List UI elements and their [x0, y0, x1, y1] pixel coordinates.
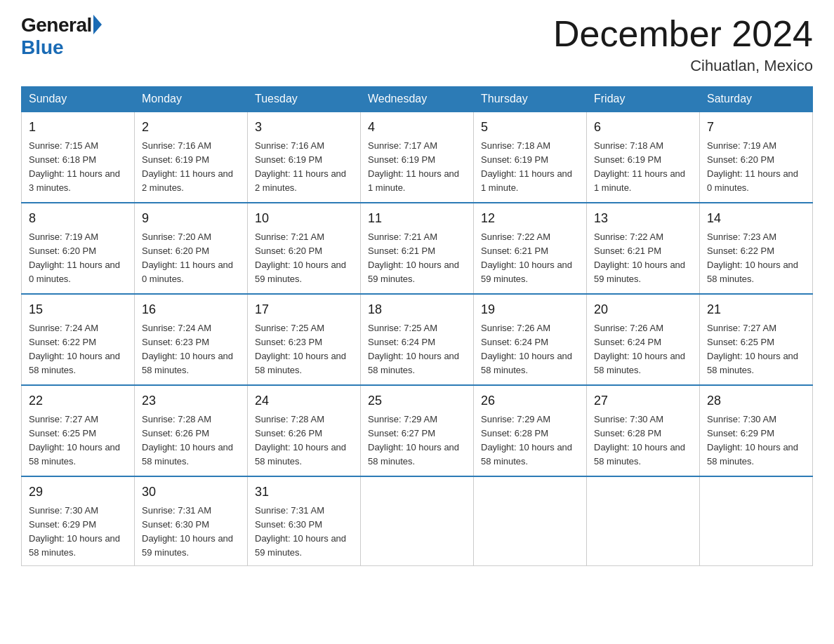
day-info: Sunrise: 7:30 AMSunset: 6:29 PMDaylight:… [707, 414, 798, 467]
day-info: Sunrise: 7:22 AMSunset: 6:21 PMDaylight:… [594, 232, 685, 284]
day-number: 22 [29, 391, 127, 410]
day-number: 29 [29, 483, 127, 501]
day-number: 19 [481, 300, 579, 318]
day-number: 18 [368, 300, 466, 318]
day-number: 1 [29, 118, 127, 136]
col-header-monday: Monday [135, 87, 248, 112]
calendar-cell: 24 Sunrise: 7:28 AMSunset: 6:26 PMDaylig… [248, 385, 361, 476]
day-info: Sunrise: 7:23 AMSunset: 6:22 PMDaylight:… [707, 232, 798, 284]
calendar-cell: 23 Sunrise: 7:28 AMSunset: 6:26 PMDaylig… [135, 385, 248, 476]
day-info: Sunrise: 7:20 AMSunset: 6:20 PMDaylight:… [142, 232, 233, 284]
calendar-cell: 11 Sunrise: 7:21 AMSunset: 6:21 PMDaylig… [361, 203, 474, 294]
calendar-cell: 4 Sunrise: 7:17 AMSunset: 6:19 PMDayligh… [361, 112, 474, 203]
calendar-cell: 7 Sunrise: 7:19 AMSunset: 6:20 PMDayligh… [700, 112, 813, 203]
calendar-cell: 13 Sunrise: 7:22 AMSunset: 6:21 PMDaylig… [587, 203, 700, 294]
day-number: 20 [594, 300, 692, 318]
day-info: Sunrise: 7:27 AMSunset: 6:25 PMDaylight:… [29, 414, 120, 467]
calendar-cell: 14 Sunrise: 7:23 AMSunset: 6:22 PMDaylig… [700, 203, 813, 294]
calendar-cell: 30 Sunrise: 7:31 AMSunset: 6:30 PMDaylig… [135, 476, 248, 565]
calendar-cell: 22 Sunrise: 7:27 AMSunset: 6:25 PMDaylig… [22, 385, 135, 476]
day-info: Sunrise: 7:25 AMSunset: 6:24 PMDaylight:… [368, 323, 459, 375]
page-header: General Blue December 2024 Cihuatlan, Me… [21, 14, 813, 75]
calendar-cell: 16 Sunrise: 7:24 AMSunset: 6:23 PMDaylig… [135, 294, 248, 385]
day-number: 30 [142, 483, 240, 501]
day-info: Sunrise: 7:30 AMSunset: 6:28 PMDaylight:… [594, 414, 685, 467]
calendar-cell: 3 Sunrise: 7:16 AMSunset: 6:19 PMDayligh… [248, 112, 361, 203]
day-info: Sunrise: 7:17 AMSunset: 6:19 PMDaylight:… [368, 140, 459, 193]
calendar-cell: 15 Sunrise: 7:24 AMSunset: 6:22 PMDaylig… [22, 294, 135, 385]
month-title: December 2024 [553, 14, 813, 54]
col-header-tuesday: Tuesday [248, 87, 361, 112]
calendar-cell: 28 Sunrise: 7:30 AMSunset: 6:29 PMDaylig… [700, 385, 813, 476]
day-info: Sunrise: 7:19 AMSunset: 6:20 PMDaylight:… [29, 232, 120, 284]
day-number: 14 [707, 209, 805, 227]
day-info: Sunrise: 7:24 AMSunset: 6:23 PMDaylight:… [142, 323, 233, 375]
day-info: Sunrise: 7:31 AMSunset: 6:30 PMDaylight:… [142, 505, 233, 558]
calendar-cell: 20 Sunrise: 7:26 AMSunset: 6:24 PMDaylig… [587, 294, 700, 385]
col-header-thursday: Thursday [474, 87, 587, 112]
calendar-cell: 9 Sunrise: 7:20 AMSunset: 6:20 PMDayligh… [135, 203, 248, 294]
day-info: Sunrise: 7:26 AMSunset: 6:24 PMDaylight:… [594, 323, 685, 375]
calendar-cell [361, 476, 474, 565]
day-number: 23 [142, 391, 240, 410]
calendar-week-row: 15 Sunrise: 7:24 AMSunset: 6:22 PMDaylig… [22, 294, 813, 385]
col-header-wednesday: Wednesday [361, 87, 474, 112]
calendar-cell: 19 Sunrise: 7:26 AMSunset: 6:24 PMDaylig… [474, 294, 587, 385]
calendar-cell: 21 Sunrise: 7:27 AMSunset: 6:25 PMDaylig… [700, 294, 813, 385]
calendar-cell: 29 Sunrise: 7:30 AMSunset: 6:29 PMDaylig… [22, 476, 135, 565]
day-info: Sunrise: 7:25 AMSunset: 6:23 PMDaylight:… [255, 323, 346, 375]
day-number: 3 [255, 118, 353, 136]
day-number: 7 [707, 118, 805, 136]
calendar-cell: 27 Sunrise: 7:30 AMSunset: 6:28 PMDaylig… [587, 385, 700, 476]
calendar-week-row: 22 Sunrise: 7:27 AMSunset: 6:25 PMDaylig… [22, 385, 813, 476]
day-number: 24 [255, 391, 353, 410]
calendar-cell [700, 476, 813, 565]
day-info: Sunrise: 7:28 AMSunset: 6:26 PMDaylight:… [255, 414, 346, 467]
day-number: 12 [481, 209, 579, 227]
day-info: Sunrise: 7:27 AMSunset: 6:25 PMDaylight:… [707, 323, 798, 375]
day-info: Sunrise: 7:31 AMSunset: 6:30 PMDaylight:… [255, 505, 346, 558]
calendar-week-row: 1 Sunrise: 7:15 AMSunset: 6:18 PMDayligh… [22, 112, 813, 203]
day-number: 28 [707, 391, 805, 410]
calendar-cell [474, 476, 587, 565]
day-number: 4 [368, 118, 466, 136]
day-info: Sunrise: 7:19 AMSunset: 6:20 PMDaylight:… [707, 140, 798, 193]
calendar-week-row: 29 Sunrise: 7:30 AMSunset: 6:29 PMDaylig… [22, 476, 813, 565]
day-number: 5 [481, 118, 579, 136]
calendar-cell: 17 Sunrise: 7:25 AMSunset: 6:23 PMDaylig… [248, 294, 361, 385]
col-header-sunday: Sunday [22, 87, 135, 112]
calendar-cell: 8 Sunrise: 7:19 AMSunset: 6:20 PMDayligh… [22, 203, 135, 294]
day-number: 11 [368, 209, 466, 227]
logo: General Blue [21, 14, 102, 59]
day-number: 17 [255, 300, 353, 318]
logo-general-text: General [21, 14, 92, 36]
day-number: 8 [29, 209, 127, 227]
calendar-cell: 18 Sunrise: 7:25 AMSunset: 6:24 PMDaylig… [361, 294, 474, 385]
calendar-cell: 2 Sunrise: 7:16 AMSunset: 6:19 PMDayligh… [135, 112, 248, 203]
day-info: Sunrise: 7:21 AMSunset: 6:20 PMDaylight:… [255, 232, 346, 284]
location-title: Cihuatlan, Mexico [553, 57, 813, 75]
title-area: December 2024 Cihuatlan, Mexico [553, 14, 813, 75]
day-info: Sunrise: 7:29 AMSunset: 6:28 PMDaylight:… [481, 414, 572, 467]
logo-blue-text: Blue [21, 36, 102, 59]
col-header-saturday: Saturday [700, 87, 813, 112]
calendar-cell: 31 Sunrise: 7:31 AMSunset: 6:30 PMDaylig… [248, 476, 361, 565]
day-number: 21 [707, 300, 805, 318]
calendar-header-row: SundayMondayTuesdayWednesdayThursdayFrid… [22, 87, 813, 112]
day-info: Sunrise: 7:16 AMSunset: 6:19 PMDaylight:… [142, 140, 233, 193]
logo-arrow-icon [93, 15, 102, 34]
day-number: 2 [142, 118, 240, 136]
day-info: Sunrise: 7:29 AMSunset: 6:27 PMDaylight:… [368, 414, 459, 467]
day-info: Sunrise: 7:30 AMSunset: 6:29 PMDaylight:… [29, 505, 120, 558]
day-number: 26 [481, 391, 579, 410]
calendar-cell: 12 Sunrise: 7:22 AMSunset: 6:21 PMDaylig… [474, 203, 587, 294]
day-info: Sunrise: 7:26 AMSunset: 6:24 PMDaylight:… [481, 323, 572, 375]
day-info: Sunrise: 7:18 AMSunset: 6:19 PMDaylight:… [594, 140, 685, 193]
day-info: Sunrise: 7:24 AMSunset: 6:22 PMDaylight:… [29, 323, 120, 375]
day-info: Sunrise: 7:16 AMSunset: 6:19 PMDaylight:… [255, 140, 346, 193]
calendar-cell: 1 Sunrise: 7:15 AMSunset: 6:18 PMDayligh… [22, 112, 135, 203]
day-number: 16 [142, 300, 240, 318]
calendar-cell: 6 Sunrise: 7:18 AMSunset: 6:19 PMDayligh… [587, 112, 700, 203]
day-info: Sunrise: 7:21 AMSunset: 6:21 PMDaylight:… [368, 232, 459, 284]
calendar-cell: 10 Sunrise: 7:21 AMSunset: 6:20 PMDaylig… [248, 203, 361, 294]
